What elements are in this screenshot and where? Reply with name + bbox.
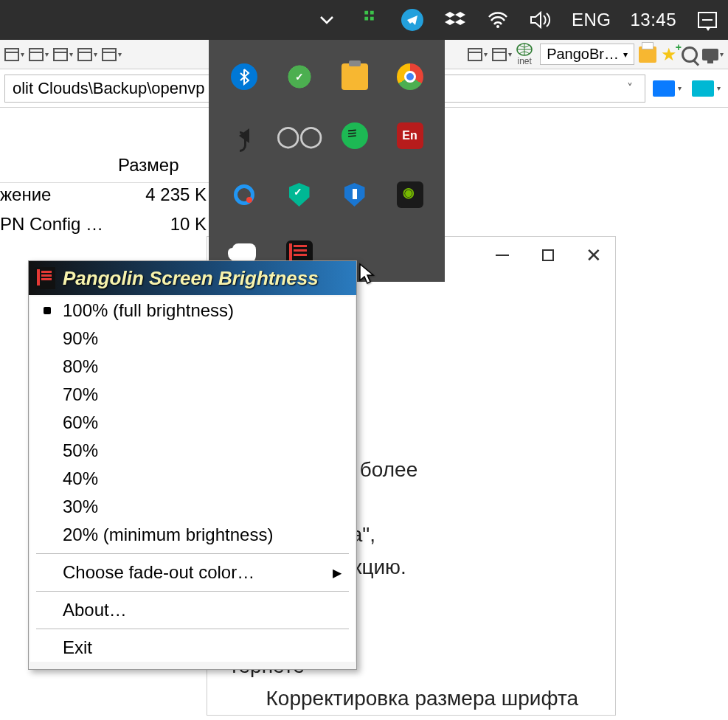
menu-separator xyxy=(36,629,349,629)
search-icon[interactable] xyxy=(682,46,698,63)
maximize-button[interactable] xyxy=(540,247,556,263)
nvidia-icon[interactable] xyxy=(397,181,423,208)
tray-overflow-panel: ◯◯ En xyxy=(209,40,445,282)
clipboard-icon[interactable] xyxy=(342,63,368,90)
antivirus-shield-icon[interactable] xyxy=(286,181,313,208)
brightness-20[interactable]: 20% (minimum brightness) xyxy=(30,521,355,549)
brightness-70[interactable]: 70% xyxy=(30,381,355,409)
context-menu-title: Pangolin Screen Brightness xyxy=(29,261,356,295)
spotify-icon[interactable] xyxy=(342,122,368,149)
telegram-icon[interactable] xyxy=(401,8,424,32)
layout-button-7[interactable]: ▾ xyxy=(492,48,512,61)
print-icon[interactable] xyxy=(639,46,656,63)
minimize-button[interactable] xyxy=(494,247,510,263)
brightness-60[interactable]: 60% xyxy=(30,409,355,437)
inet-button[interactable]: inet xyxy=(516,43,533,66)
brightness-100[interactable]: 100% (full brightness) xyxy=(30,297,355,325)
input-language-indicator[interactable]: ENG xyxy=(572,10,611,30)
creative-cloud-icon[interactable]: ◯◯ xyxy=(286,122,313,149)
layout-button-3[interactable]: ▾ xyxy=(53,48,73,61)
file-list-header: Размер xyxy=(0,148,214,183)
brightness-90[interactable]: 90% xyxy=(30,325,355,353)
tray-overflow-chevron-icon[interactable] xyxy=(315,8,339,32)
bluetooth-icon[interactable] xyxy=(231,63,257,90)
submenu-arrow-icon: ▶ xyxy=(333,566,342,580)
desktop-icon[interactable] xyxy=(702,49,718,60)
action-center-icon[interactable] xyxy=(696,8,719,32)
en-app-icon[interactable]: En xyxy=(397,122,423,149)
path-text: olit Clouds\Backup\openvp xyxy=(13,79,205,98)
password-manager-shield-icon[interactable] xyxy=(342,181,368,208)
layout-button-1[interactable]: ▾ xyxy=(4,48,24,61)
brightness-40[interactable]: 40% xyxy=(30,465,355,493)
volume-icon[interactable] xyxy=(529,8,552,32)
about-item[interactable]: About… xyxy=(30,596,355,624)
clock[interactable]: 13:45 xyxy=(630,10,676,30)
layout-button-4[interactable]: ▾ xyxy=(77,48,97,61)
file-row[interactable]: жение 4 235 K xyxy=(0,184,207,205)
brightness-50[interactable]: 50% xyxy=(30,437,355,465)
layout-button-5[interactable]: ▾ xyxy=(102,48,122,61)
dropbox-icon[interactable] xyxy=(443,8,467,32)
layout-button-6[interactable]: ▾ xyxy=(468,48,488,61)
monitor-2-button[interactable]: ▾ xyxy=(684,80,724,97)
favorite-add-icon[interactable]: ★ xyxy=(661,44,677,65)
system-tray-bar: ⠛ ENG 13:45 xyxy=(0,0,728,40)
brightness-80[interactable]: 80% xyxy=(30,353,355,381)
layout-button-2[interactable]: ▾ xyxy=(29,48,49,61)
file-row[interactable]: PN Config … 10 K xyxy=(0,214,207,235)
app-selector-dropdown[interactable]: PangoBr… ▾ xyxy=(540,44,634,65)
menu-separator xyxy=(36,553,349,554)
column-size[interactable]: Размер xyxy=(118,155,179,176)
monitor-1-button[interactable]: ▾ xyxy=(645,80,684,97)
mouse-cursor-icon xyxy=(358,263,378,288)
path-dropdown-icon[interactable]: ˅ xyxy=(623,81,637,95)
settings-footer-text: Корректировка размера шрифта xyxy=(266,687,578,710)
menu-separator xyxy=(36,591,349,592)
exit-item[interactable]: Exit xyxy=(30,634,355,662)
pangolin-context-menu: Pangolin Screen Brightness 100% (full br… xyxy=(28,260,357,670)
chrome-icon[interactable] xyxy=(397,63,423,90)
app-g-icon[interactable]: ⠛ xyxy=(358,8,381,32)
security-ring-icon[interactable] xyxy=(231,181,257,208)
close-button[interactable]: ✕ xyxy=(586,247,602,263)
audio-driver-icon[interactable] xyxy=(231,122,257,149)
onedrive-sync-icon[interactable] xyxy=(286,63,313,90)
wifi-icon[interactable] xyxy=(486,8,510,32)
svg-point-0 xyxy=(496,25,499,28)
app-selector-label: PangoBr… xyxy=(547,46,619,63)
brightness-30[interactable]: 30% xyxy=(30,493,355,521)
choose-fadeout-color[interactable]: Choose fade-out color… ▶ xyxy=(30,558,355,586)
pangolin-logo-icon xyxy=(35,267,55,289)
